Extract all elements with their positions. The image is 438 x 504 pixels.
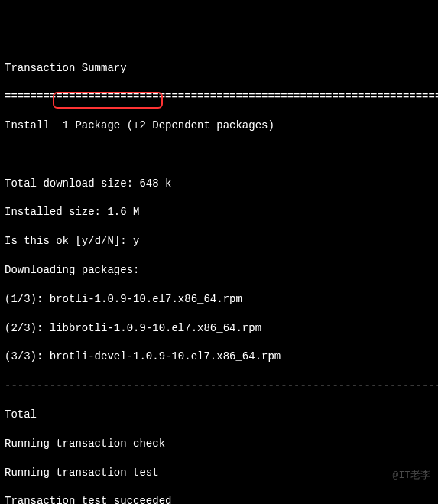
download-size: Total download size: 648 k (5, 177, 433, 191)
installed-size: Installed size: 1.6 M (5, 205, 433, 219)
download-item: (2/3): libbrotli-1.0.9-10.el7.x86_64.rpm (5, 321, 433, 336)
downloading-label: Downloading packages: (5, 263, 433, 278)
transaction-step: Transaction test succeeded (5, 494, 433, 504)
confirm-highlighted: ok [y/d/N]: y (56, 235, 139, 247)
blank-line (5, 148, 433, 162)
total-label: Total (5, 408, 433, 422)
download-item: (1/3): brotli-1.0.9-10.el7.x86_64.rpm (5, 292, 433, 307)
transaction-step: Running transaction test (5, 466, 433, 480)
download-item: (3/3): brotli-devel-1.0.9-10.el7.x86_64.… (5, 350, 433, 364)
confirm-prefix: Is this (5, 235, 56, 247)
transaction-summary-title: Transaction Summary (5, 61, 433, 76)
watermark: @IT老李 (393, 469, 430, 483)
confirm-prompt[interactable]: Is this ok [y/d/N]: y (5, 234, 433, 249)
separator-dash: ----------------------------------------… (5, 379, 433, 393)
transaction-step: Running transaction check (5, 437, 433, 451)
separator-equals: ========================================… (5, 89, 433, 104)
install-summary: Install 1 Package (+2 Dependent packages… (5, 119, 433, 133)
